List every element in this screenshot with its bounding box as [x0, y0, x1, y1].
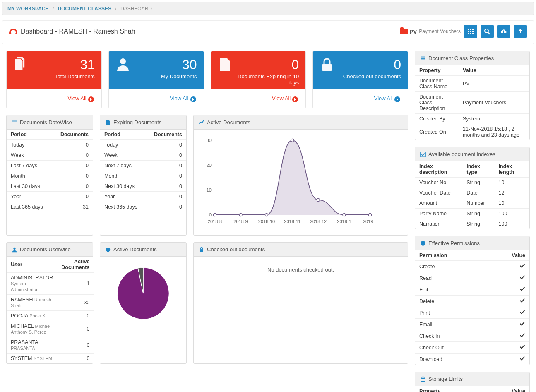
check-square-icon	[420, 152, 426, 157]
svg-rect-7	[470, 33, 471, 34]
panel-active-documents-pie: Active Documents	[100, 242, 187, 364]
grid-view-button[interactable]	[464, 25, 477, 38]
table-row: SYSTEM SYSTEM0	[7, 354, 94, 364]
svg-rect-8	[472, 33, 474, 34]
svg-point-11	[120, 58, 126, 64]
line-chart-icon	[199, 120, 204, 125]
dashboard-icon	[9, 29, 17, 34]
svg-text:0: 0	[209, 212, 212, 217]
svg-text:2019-1: 2019-1	[337, 219, 351, 224]
table-row: Delete	[415, 296, 529, 307]
stat-label: My Documents	[161, 73, 197, 79]
svg-rect-3	[468, 31, 469, 32]
view-all-link[interactable]: View All	[272, 95, 298, 101]
breadcrumb: MY WORKSPACE / DOCUMENT CLASSES / DASHBO…	[2, 2, 534, 15]
view-all-link[interactable]: View All	[67, 95, 94, 101]
table-row: Email	[415, 319, 529, 330]
view-all-link[interactable]: View All	[374, 95, 400, 101]
svg-text:2018-11: 2018-11	[284, 219, 300, 224]
checked-out-empty: No documents checked out.	[194, 257, 408, 283]
table-row: Download	[415, 354, 529, 365]
list-icon	[420, 55, 426, 61]
table-row: Read	[415, 272, 529, 284]
table-row: Created BySystem	[415, 114, 529, 124]
folder-open-icon	[400, 29, 408, 34]
svg-text:2018-9: 2018-9	[233, 219, 248, 224]
breadcrumb-current: DASHBOARD	[120, 6, 152, 12]
table-row: RAMESH Ramesh Shah30	[7, 295, 94, 311]
svg-point-40	[421, 377, 425, 378]
svg-line-10	[488, 32, 490, 34]
table-row: Document Class DescriptionPayment Vouche…	[415, 92, 529, 114]
svg-text:20: 20	[207, 163, 212, 168]
svg-point-28	[265, 214, 268, 216]
check-icon	[519, 263, 525, 270]
svg-point-33	[13, 247, 15, 249]
stat-label: Total Documents	[55, 73, 95, 79]
panel-documents-userwise: Documents Userwise UserActive DocumentsA…	[6, 242, 93, 364]
panel-permissions: Effective Permissions PermissionValueCre…	[415, 236, 530, 365]
panel-checked-out: Checked out documents No documents check…	[193, 242, 408, 364]
stat-card-1: 30My Documents View All	[108, 51, 204, 108]
svg-rect-13	[12, 120, 17, 125]
svg-text:10: 10	[207, 188, 212, 192]
svg-point-9	[485, 29, 488, 33]
svg-rect-0	[468, 29, 469, 30]
svg-text:2018-12: 2018-12	[310, 219, 327, 224]
svg-rect-4	[470, 31, 471, 32]
stat-card-3: 0Checked out documents View All	[312, 51, 408, 108]
stat-icon	[218, 57, 233, 72]
table-row: Next 7 days0	[100, 161, 186, 171]
page-header: Dashboard - RAMESH - Ramesh Shah PV Paym…	[2, 20, 534, 44]
active-documents-line-chart: 01020302018-82018-92018-102018-112018-12…	[200, 136, 374, 227]
svg-point-29	[291, 139, 294, 142]
svg-rect-2	[472, 29, 474, 30]
check-icon	[519, 309, 525, 316]
table-row: POOJA Pooja K0	[7, 311, 94, 321]
cloud-upload-button[interactable]	[497, 25, 510, 38]
svg-text:2019-2: 2019-2	[363, 219, 374, 224]
table-row: Month0	[100, 171, 186, 181]
stat-value: 31	[55, 57, 95, 72]
file-icon	[105, 120, 111, 125]
stat-card-0: 31Total Documents View All	[6, 51, 102, 108]
table-row: Today0	[100, 140, 186, 150]
svg-rect-36	[421, 56, 425, 57]
table-row: Check In	[415, 330, 529, 342]
lock-icon	[199, 247, 204, 253]
table-row: MICHAEL Michael Anthony S. Perez0	[7, 321, 94, 337]
svg-point-30	[317, 199, 320, 202]
svg-rect-1	[470, 29, 471, 30]
svg-rect-38	[421, 59, 425, 60]
check-icon	[519, 321, 525, 328]
svg-rect-12	[322, 64, 332, 71]
breadcrumb-docclasses[interactable]: DOCUMENT CLASSES	[58, 6, 111, 12]
table-row: Document Class NamePV	[415, 76, 529, 92]
table-row: Next 365 days0	[100, 202, 186, 212]
panel-documents-datewise: Documents DateWise PeriodDocumentsToday0…	[6, 115, 93, 236]
check-icon	[519, 356, 525, 363]
table-row: Next 30 days0	[100, 181, 186, 192]
table-row: NarrationString100	[415, 219, 529, 229]
table-row: Year0	[7, 192, 93, 202]
calendar-icon	[12, 120, 17, 125]
svg-text:2018-8: 2018-8	[208, 219, 222, 224]
search-button[interactable]	[481, 25, 494, 38]
stat-label: Documents Expiring in 10 days	[233, 73, 299, 86]
current-folder: PV Payment Vouchers	[400, 29, 461, 35]
check-icon	[519, 298, 525, 305]
active-documents-pie-chart	[116, 267, 170, 320]
shield-icon	[420, 240, 426, 246]
svg-point-27	[239, 214, 242, 216]
table-row: Year0	[100, 192, 186, 202]
svg-point-31	[343, 214, 346, 216]
stat-value: 30	[161, 57, 197, 72]
breadcrumb-workspace[interactable]: MY WORKSPACE	[7, 6, 49, 12]
page-title: Dashboard - RAMESH - Ramesh Shah	[21, 28, 135, 35]
table-row: PRASANTA PRASANTA0	[7, 337, 94, 354]
view-all-link[interactable]: View All	[170, 95, 196, 101]
user-icon	[12, 247, 17, 253]
table-row: Voucher DateDate12	[415, 188, 529, 198]
upload-button[interactable]	[514, 25, 527, 38]
disk-icon	[420, 376, 426, 382]
